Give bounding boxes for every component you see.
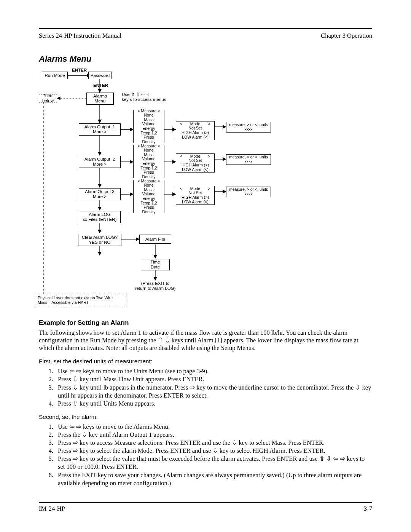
box-alarm-log: Alarm LOG xx Files (ENTER) xyxy=(79,211,121,223)
doc-title: Series 24-HP Instruction Manual xyxy=(39,32,121,40)
box-alarm-file: Alarm File xyxy=(139,235,171,244)
box-measure-2: < Measure > None Mass Volume Energy Temp… xyxy=(133,145,164,178)
box-measure-1: < Measure > None Mass Volume Energy Temp… xyxy=(133,110,164,143)
section-title: Alarms Menu xyxy=(39,54,372,64)
box-run-mode: Run Mode xyxy=(42,72,68,79)
exit-note: (Press EXIT to return to Alarm LOG) xyxy=(135,281,176,291)
box-units-2: measure, > or <, units xxxx xyxy=(226,154,271,165)
box-alarms-menu: Alarms Menu xyxy=(86,93,114,105)
page-header: Series 24-HP Instruction Manual Chapter … xyxy=(39,32,372,40)
example-intro: The following shows how to set Alarm 1 t… xyxy=(39,329,372,352)
enter-label-1: ENTER xyxy=(72,68,87,73)
step: Press the ⇩ key until Alarm Output 1 app… xyxy=(55,431,372,439)
page-footer: IM-24-HP 3-7 xyxy=(39,505,372,513)
first-lead: First, set the desired units of measurem… xyxy=(39,358,372,365)
example-title: Example for Setting an Alarm xyxy=(39,319,372,327)
step: Use ⇦ ⇨ keys to move to the Alarms Menu. xyxy=(55,423,372,431)
box-physical-layer-note: Physical Layer does not exist on Two Wir… xyxy=(36,295,126,306)
step: Use ⇦ ⇨ keys to move to the Units Menu (… xyxy=(55,367,372,375)
box-mode-3: < Mode > Not Set HIGH Alarm (>) LOW Alar… xyxy=(176,186,215,205)
box-units-1: measure, > or <, units xxxx xyxy=(226,122,271,133)
box-alarm-output-2: Alarm Output 2 More > xyxy=(79,156,121,168)
chapter-label: Chapter 3 Operation xyxy=(321,32,372,40)
box-clear-alarm-log: Clear Alarm LOG? YES or NO xyxy=(78,234,121,246)
step: Press ⇧ key until Units Menu appears. xyxy=(55,399,372,407)
box-password: Password xyxy=(88,72,112,79)
box-time-date: Time Date xyxy=(141,259,170,270)
second-lead: Second, set the alarm: xyxy=(39,414,372,420)
step: Press ⇩ key until Mass Flow Unit appears… xyxy=(55,375,372,383)
use-keys-note: Use ⇧ ⇩ ⇦ ⇨ key s to access menus xyxy=(122,92,166,102)
box-mode-1: < Mode > Not Set HIGH Alarm (>) LOW Alar… xyxy=(176,121,215,140)
box-measure-3: < Measure > None Mass Volume Energy Temp… xyxy=(133,180,164,213)
second-steps: Use ⇦ ⇨ keys to move to the Alarms Menu.… xyxy=(39,423,372,487)
enter-label-2: ENTER xyxy=(93,83,108,88)
step: Press the EXIT key to save your changes.… xyxy=(55,471,372,487)
footer-page-number: 3-7 xyxy=(364,505,372,513)
step: Press ⇨ key to select the alarm Mode. Pr… xyxy=(55,447,372,455)
box-units-3: measure, > or <, units xxxx xyxy=(226,187,271,197)
alarms-menu-diagram: ENTER ENTER Run Mode Password *see below… xyxy=(39,69,328,312)
step: Press ⇨ key to access Measure selections… xyxy=(55,439,372,447)
box-alarm-output-3: Alarm Output 3 More > xyxy=(79,188,121,200)
step: Press ⇨ key to select the value that mus… xyxy=(55,455,372,471)
box-mode-2: < Mode > Not Set HIGH Alarm (>) LOW Alar… xyxy=(176,153,215,173)
footer-doc-id: IM-24-HP xyxy=(39,505,65,513)
box-alarm-output-1: Alarm Output 1 More > xyxy=(79,123,121,136)
step: Press ⇩ key until lb appears in the nume… xyxy=(55,383,372,399)
first-steps: Use ⇦ ⇨ keys to move to the Units Menu (… xyxy=(39,367,372,407)
box-see-below: *see below xyxy=(39,94,57,102)
